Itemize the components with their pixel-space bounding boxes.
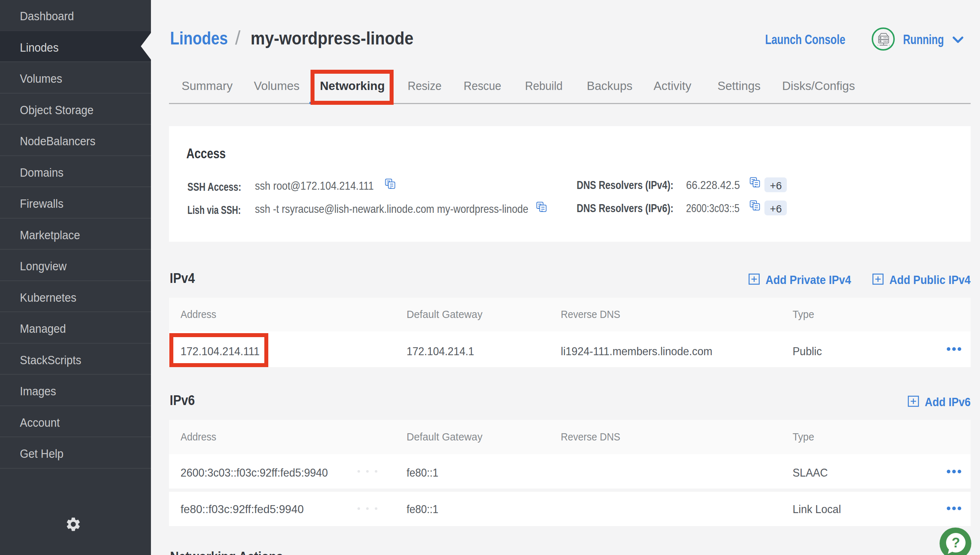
svg-text:?: ?: [951, 535, 960, 550]
